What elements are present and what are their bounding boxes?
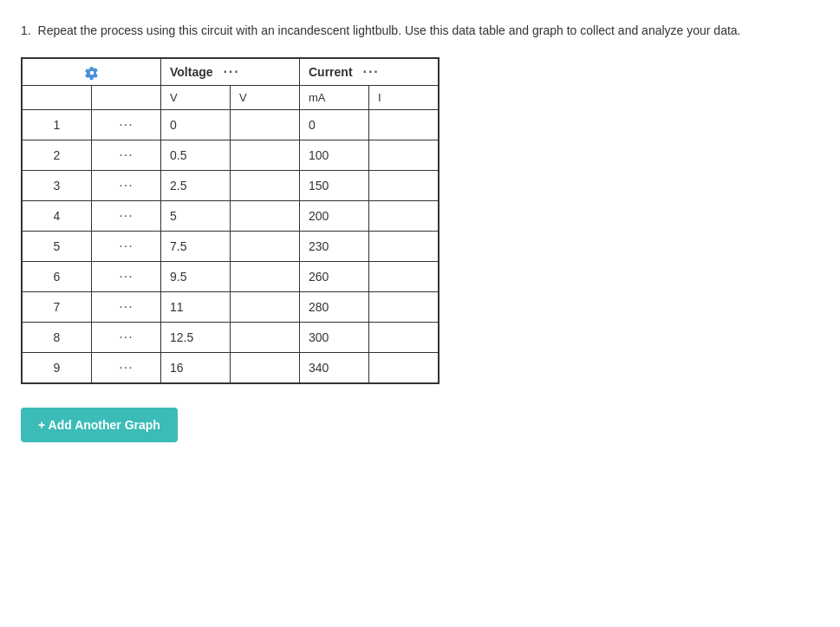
row-dots-subheader bbox=[92, 86, 161, 110]
v2-subheader: V bbox=[231, 86, 300, 110]
voltage-extra[interactable] bbox=[231, 292, 300, 323]
table-row: 6···9.5260 bbox=[23, 262, 439, 292]
row-menu-dots[interactable]: ··· bbox=[92, 201, 161, 232]
current-ma-value[interactable]: 340 bbox=[300, 353, 369, 383]
current-ma-value[interactable]: 230 bbox=[300, 232, 369, 262]
row-number: 8 bbox=[23, 323, 92, 353]
current-ma-value[interactable]: 200 bbox=[300, 201, 369, 232]
voltage-value[interactable]: 16 bbox=[161, 353, 231, 383]
voltage-value[interactable]: 0 bbox=[161, 110, 231, 140]
current-i-value[interactable] bbox=[369, 292, 439, 323]
voltage-extra[interactable] bbox=[231, 323, 300, 353]
current-i-value[interactable] bbox=[369, 232, 439, 262]
current-i-value[interactable] bbox=[369, 110, 439, 140]
voltage-extra[interactable] bbox=[231, 171, 300, 201]
voltage-extra[interactable] bbox=[231, 353, 300, 383]
add-graph-button[interactable]: + Add Another Graph bbox=[21, 408, 178, 442]
table-row: 5···7.5230 bbox=[23, 232, 439, 262]
voltage-value[interactable]: 12.5 bbox=[161, 323, 231, 353]
voltage-value[interactable]: 5 bbox=[161, 201, 231, 232]
current-i-value[interactable] bbox=[369, 262, 439, 292]
row-menu-dots[interactable]: ··· bbox=[92, 262, 161, 292]
current-ma-value[interactable]: 100 bbox=[300, 140, 369, 171]
row-menu-dots[interactable]: ··· bbox=[92, 110, 161, 140]
voltage-extra[interactable] bbox=[231, 232, 300, 262]
row-number: 6 bbox=[23, 262, 92, 292]
current-ma-value[interactable]: 150 bbox=[300, 171, 369, 201]
row-number: 4 bbox=[23, 201, 92, 232]
current-ma-value[interactable]: 300 bbox=[300, 323, 369, 353]
instruction-number: 1. bbox=[21, 23, 31, 37]
voltage-value[interactable]: 9.5 bbox=[161, 262, 231, 292]
header-group-row: Voltage ··· Current ··· bbox=[23, 59, 439, 86]
voltage-extra[interactable] bbox=[231, 140, 300, 171]
gear-settings-cell[interactable] bbox=[23, 59, 161, 86]
voltage-value[interactable]: 2.5 bbox=[161, 171, 231, 201]
current-i-value[interactable] bbox=[369, 201, 439, 232]
voltage-value[interactable]: 7.5 bbox=[161, 232, 231, 262]
row-menu-dots[interactable]: ··· bbox=[92, 323, 161, 353]
table-row: 3···2.5150 bbox=[23, 171, 439, 201]
instruction-text: 1. Repeat the process using this circuit… bbox=[21, 21, 819, 40]
table-row: 9···16340 bbox=[23, 353, 439, 383]
subheader-row: V V mA I bbox=[23, 86, 439, 110]
row-number: 9 bbox=[23, 353, 92, 383]
table-row: 4···5200 bbox=[23, 201, 439, 232]
row-number: 2 bbox=[23, 140, 92, 171]
voltage-header: Voltage ··· bbox=[161, 59, 300, 86]
row-menu-dots[interactable]: ··· bbox=[92, 140, 161, 171]
voltage-extra[interactable] bbox=[231, 110, 300, 140]
current-label: Current bbox=[309, 65, 353, 79]
gear-icon bbox=[85, 66, 99, 80]
voltage-value[interactable]: 11 bbox=[161, 292, 231, 323]
current-ma-value[interactable]: 280 bbox=[300, 292, 369, 323]
voltage-label: Voltage bbox=[170, 65, 213, 79]
voltage-value[interactable]: 0.5 bbox=[161, 140, 231, 171]
voltage-extra[interactable] bbox=[231, 262, 300, 292]
table-row: 1···00 bbox=[23, 110, 439, 140]
table-row: 8···12.5300 bbox=[23, 323, 439, 353]
current-ma-value[interactable]: 0 bbox=[300, 110, 369, 140]
current-header: Current ··· bbox=[300, 59, 439, 86]
data-table-wrapper: Voltage ··· Current ··· V V mA I 1···002… bbox=[21, 57, 440, 384]
data-table: Voltage ··· Current ··· V V mA I 1···002… bbox=[22, 58, 439, 383]
current-dots[interactable]: ··· bbox=[362, 64, 379, 79]
table-row: 2···0.5100 bbox=[23, 140, 439, 171]
current-i-value[interactable] bbox=[369, 323, 439, 353]
row-menu-dots[interactable]: ··· bbox=[92, 232, 161, 262]
current-i-value[interactable] bbox=[369, 140, 439, 171]
v1-subheader: V bbox=[161, 86, 231, 110]
current-i-value[interactable] bbox=[369, 353, 439, 383]
row-number: 7 bbox=[23, 292, 92, 323]
current-ma-value[interactable]: 260 bbox=[300, 262, 369, 292]
row-number: 1 bbox=[23, 110, 92, 140]
instruction-body: Repeat the process using this circuit wi… bbox=[38, 23, 741, 37]
voltage-dots[interactable]: ··· bbox=[223, 64, 239, 79]
i-subheader: I bbox=[369, 86, 439, 110]
row-number: 3 bbox=[23, 171, 92, 201]
voltage-extra[interactable] bbox=[231, 201, 300, 232]
current-i-value[interactable] bbox=[369, 171, 439, 201]
row-menu-dots[interactable]: ··· bbox=[92, 353, 161, 383]
row-num-subheader bbox=[23, 86, 92, 110]
row-menu-dots[interactable]: ··· bbox=[92, 171, 161, 201]
table-row: 7···11280 bbox=[23, 292, 439, 323]
row-menu-dots[interactable]: ··· bbox=[92, 292, 161, 323]
ma-subheader: mA bbox=[300, 86, 369, 110]
row-number: 5 bbox=[23, 232, 92, 262]
table-body: 1···002···0.51003···2.51504···52005···7.… bbox=[23, 110, 439, 383]
